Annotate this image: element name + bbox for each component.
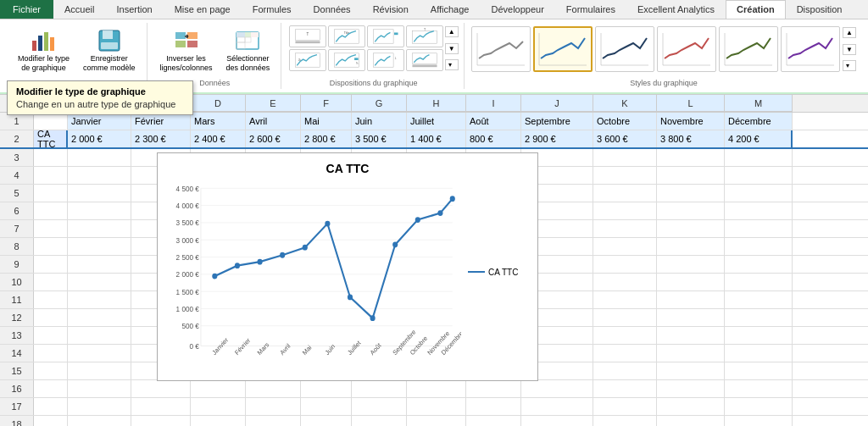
modifier-type-button[interactable]: Modifier le typede graphique [12,25,75,75]
cell-7-B[interactable] [68,220,131,237]
cell-2-M[interactable]: 4 200 € [725,130,793,147]
cell-13-B[interactable] [68,327,131,344]
cell-18-C[interactable] [131,416,191,426]
cell-1-L[interactable]: Novembre [657,113,725,130]
cell-7-L[interactable] [657,220,725,237]
cell-2-G[interactable]: 3 500 € [352,130,407,147]
cell-15-M[interactable] [725,362,793,379]
cell-10-M[interactable] [725,274,793,290]
cell-2-L[interactable]: 3 800 € [657,130,725,147]
cell-11-B[interactable] [68,291,131,308]
cell-1-I[interactable]: Août [466,113,521,130]
cell-6-K[interactable] [593,202,657,219]
col-header-G[interactable]: G [352,95,407,112]
cell-4-L[interactable] [657,167,725,184]
cell-1-G[interactable]: Juin [352,113,407,130]
cell-18-G[interactable] [352,416,407,426]
cell-8-A[interactable] [34,238,68,255]
cell-9-B[interactable] [68,256,131,273]
cell-14-M[interactable] [725,345,793,362]
cell-11-A[interactable] [34,291,68,308]
cell-17-F[interactable] [301,398,352,415]
cell-14-L[interactable] [657,345,725,362]
tab-disposition[interactable]: Disposition [786,0,854,19]
cell-13-K[interactable] [593,327,657,344]
cell-17-D[interactable] [191,398,246,415]
cell-16-C[interactable] [131,380,191,397]
cell-16-B[interactable] [68,380,131,397]
cell-17-E[interactable] [246,398,301,415]
cell-15-L[interactable] [657,362,725,379]
cell-18-I[interactable] [466,416,521,426]
cell-11-L[interactable] [657,291,725,308]
col-header-E[interactable]: E [246,95,301,112]
styles-scroll-down[interactable]: ▼ [843,44,856,55]
cell-2-K[interactable]: 3 600 € [593,130,657,147]
cell-17-B[interactable] [68,398,131,415]
cell-6-A[interactable] [34,202,68,219]
col-header-F[interactable]: F [301,95,352,112]
cell-17-C[interactable] [131,398,191,415]
cell-10-L[interactable] [657,274,725,290]
tab-formulaires[interactable]: Formulaires [555,0,626,19]
cell-2-H[interactable]: 1 400 € [407,130,466,147]
styles-dropdown[interactable]: ▾ [843,60,856,71]
disposition-7[interactable]: L [367,49,404,71]
cell-13-L[interactable] [657,327,725,344]
cell-18-D[interactable] [191,416,246,426]
disposition-1[interactable]: T [289,25,326,47]
cell-17-K[interactable] [593,398,657,415]
cell-16-L[interactable] [657,380,725,397]
cell-18-H[interactable] [407,416,466,426]
cell-2-C[interactable]: 2 300 € [131,130,191,147]
disposition-6[interactable]: % [328,49,365,71]
cell-17-J[interactable] [521,398,593,415]
tab-revision[interactable]: Révision [362,0,420,19]
cell-10-K[interactable] [593,274,657,290]
cell-16-H[interactable] [407,380,466,397]
cell-2-B[interactable]: 2 000 € [68,130,131,147]
cell-9-M[interactable] [725,256,793,273]
cell-1-A[interactable] [34,113,68,130]
cell-18-J[interactable] [521,416,593,426]
cell-3-K[interactable] [593,149,657,166]
cell-10-B[interactable] [68,274,131,290]
col-header-H[interactable]: H [407,95,466,112]
cell-18-B[interactable] [68,416,131,426]
cell-6-B[interactable] [68,202,131,219]
cell-17-M[interactable] [725,398,793,415]
cell-7-A[interactable] [34,220,68,237]
cell-12-M[interactable] [725,309,793,326]
styles-scroll-up[interactable]: ▲ [843,27,856,38]
chart-style-6[interactable] [781,26,840,72]
cell-2-I[interactable]: 800 € [466,130,521,147]
cell-1-M[interactable]: Décembre [725,113,793,130]
cell-5-L[interactable] [657,185,725,202]
chart-style-5[interactable] [719,26,778,72]
cell-16-A[interactable] [34,380,68,397]
cell-5-K[interactable] [593,185,657,202]
cell-9-K[interactable] [593,256,657,273]
cell-15-A[interactable] [34,362,68,379]
cell-3-M[interactable] [725,149,793,166]
dispositions-scroll-up[interactable]: ▲ [445,26,459,37]
cell-2-E[interactable]: 2 600 € [246,130,301,147]
cell-1-B[interactable]: Janvier [68,113,131,130]
tab-creation[interactable]: Création [726,0,786,19]
chart-style-4[interactable] [657,26,716,72]
cell-8-M[interactable] [725,238,793,255]
cell-2-J[interactable]: 2 900 € [521,130,593,147]
cell-16-E[interactable] [246,380,301,397]
enregistrer-modele-button[interactable]: Enregistrercomme modèle [77,25,142,75]
cell-4-M[interactable] [725,167,793,184]
cell-1-F[interactable]: Mai [301,113,352,130]
cell-18-L[interactable] [657,416,725,426]
cell-1-E[interactable]: Avril [246,113,301,130]
cell-5-A[interactable] [34,185,68,202]
cell-17-H[interactable] [407,398,466,415]
tab-formules[interactable]: Formules [242,0,303,19]
cell-16-G[interactable] [352,380,407,397]
cell-1-D[interactable]: Mars [191,113,246,130]
cell-14-B[interactable] [68,345,131,362]
cell-12-B[interactable] [68,309,131,326]
